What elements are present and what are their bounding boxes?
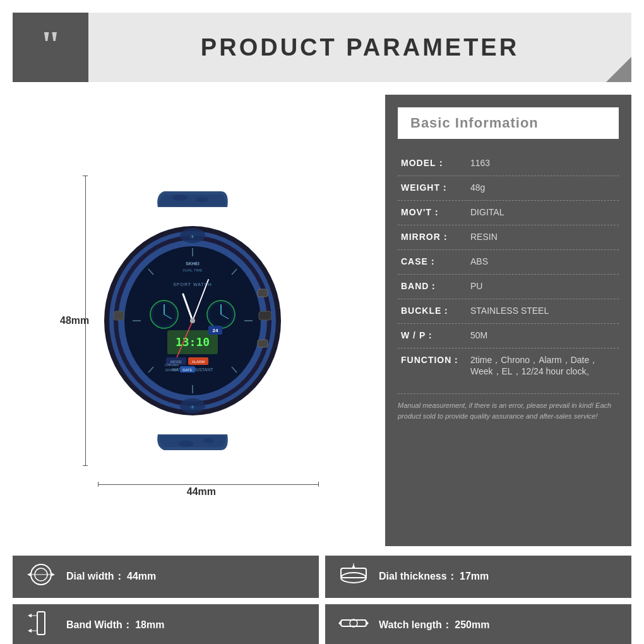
label-model: MODEL： [401, 158, 470, 169]
watch-illustration: 13:10 SKHEI DUAL TIME 24 [92, 188, 294, 453]
svg-marker-76 [338, 621, 340, 625]
band-width-icon [25, 611, 57, 640]
svg-point-0 [172, 194, 188, 201]
value-case: ABS [470, 256, 616, 266]
info-row-function: FUNCTION： 2time，Chrono，Alarm，Date，Week，E… [398, 349, 619, 384]
dial-width-icon [25, 562, 57, 592]
svg-text:✈: ✈ [190, 404, 195, 410]
info-row-case: CASE： ABS [398, 250, 619, 275]
value-band: PU [470, 281, 616, 291]
spec-dial-width-value: 44mm [127, 571, 156, 581]
value-wp: 50M [470, 330, 616, 340]
svg-text:CHRONO: CHRONO [165, 363, 179, 367]
spec-watch-length-text: Watch length： 250mm [379, 619, 489, 632]
page: " PRODUCT PARAMETER 48mm 44mm [0, 0, 644, 644]
watch-diagram: 48mm 44mm [60, 138, 325, 504]
info-panel-header: Basic Information [398, 107, 619, 139]
header-section: " PRODUCT PARAMETER [13, 13, 631, 82]
spec-watch-length-label: Watch length： [379, 619, 452, 630]
info-panel: Basic Information MODEL： 1163 WEIGHT： 48… [385, 95, 631, 546]
svg-rect-24 [114, 311, 124, 320]
svg-rect-22 [258, 289, 268, 297]
spec-dial-thickness: Dial thickness： 17mm [325, 556, 631, 598]
svg-point-2 [179, 441, 194, 447]
svg-marker-70 [28, 614, 32, 617]
spec-dial-width: Dial width： 44mm [13, 556, 319, 598]
quote-box: " [13, 13, 88, 82]
svg-text:13:10: 13:10 [176, 335, 210, 349]
info-panel-title: Basic Information [410, 115, 539, 131]
svg-text:ALARM: ALARM [192, 360, 205, 364]
info-rows: MODEL： 1163 WEIGHT： 48g MOV'T： DIGITAL M… [398, 152, 619, 384]
corner-decoration [606, 57, 631, 82]
svg-text:DUAL TIME: DUAL TIME [182, 268, 203, 272]
dial-thickness-icon [338, 562, 369, 592]
label-wp: W / P： [401, 330, 470, 342]
svg-text:SPORT WATCH: SPORT WATCH [173, 282, 212, 287]
watch-diagram-area: 48mm 44mm [13, 95, 373, 546]
svg-rect-67 [37, 612, 45, 635]
value-model: 1163 [470, 158, 616, 168]
svg-marker-77 [367, 621, 369, 625]
horizontal-dimension-line [98, 484, 319, 485]
page-title: PRODUCT PARAMETER [88, 34, 631, 61]
svg-marker-66 [352, 564, 355, 568]
bottom-specs: Dial width： 44mm Dial thickness： 17mm [13, 556, 631, 631]
info-row-movt: MOV'T： DIGITAL [398, 201, 619, 225]
spec-dial-width-text: Dial width： 44mm [66, 570, 156, 583]
label-case: CASE： [401, 256, 470, 268]
svg-rect-23 [258, 340, 268, 347]
label-weight: WEIGHT： [401, 182, 470, 194]
label-mirror: MIRROR： [401, 232, 470, 243]
svg-text:SKHEI: SKHEI [186, 261, 199, 266]
spec-watch-length-value: 250mm [455, 619, 489, 630]
info-note: Manual measurement, if there is an error… [398, 393, 619, 421]
label-band: BAND： [401, 281, 470, 292]
value-mirror: RESIN [470, 232, 616, 242]
info-row-weight: WEIGHT： 48g [398, 176, 619, 201]
info-row-mirror: MIRROR： RESIN [398, 225, 619, 250]
label-movt: MOV'T： [401, 207, 470, 218]
svg-text:GRAPHY: GRAPHY [165, 368, 179, 372]
spec-band-width: Band Width： 18mm [13, 604, 319, 644]
width-label: 44mm [187, 486, 216, 498]
label-function: FUNCTION： [401, 355, 470, 366]
info-row-band: BAND： PU [398, 275, 619, 299]
svg-point-3 [203, 438, 213, 443]
spec-dial-thickness-label: Dial thickness： [379, 571, 457, 581]
height-label: 48mm [60, 315, 89, 326]
label-buckle: BUCKLE： [401, 306, 470, 317]
spec-dial-thickness-text: Dial thickness： 17mm [379, 570, 489, 583]
main-content: 48mm 44mm [13, 95, 631, 546]
info-row-wp: W / P： 50M [398, 324, 619, 349]
info-row-model: MODEL： 1163 [398, 152, 619, 176]
spec-band-width-text: Band Width： 18mm [66, 619, 164, 632]
svg-text:✈: ✈ [190, 234, 195, 240]
svg-marker-62 [51, 573, 55, 576]
svg-rect-72 [341, 620, 366, 626]
value-weight: 48g [470, 182, 616, 193]
svg-point-43 [190, 318, 195, 323]
spec-band-width-label: Band Width： [66, 619, 133, 630]
quote-icon: " [40, 25, 61, 63]
value-function: 2time，Chrono，Alarm，Date，Week，EL，12/24 ho… [470, 355, 616, 378]
value-movt: DIGITAL [470, 207, 616, 217]
svg-text:DATE: DATE [182, 368, 193, 372]
spec-band-width-value: 18mm [135, 619, 164, 630]
info-row-buckle: BUCKLE： STAINLESS STEEL [398, 299, 619, 324]
svg-marker-71 [28, 629, 32, 633]
spec-dial-width-label: Dial width： [66, 571, 124, 581]
spec-dial-thickness-value: 17mm [460, 571, 489, 581]
svg-marker-61 [27, 573, 31, 576]
watch-length-icon [338, 611, 369, 640]
svg-rect-21 [259, 311, 271, 320]
svg-point-1 [196, 197, 208, 202]
svg-text:24: 24 [213, 328, 218, 333]
spec-watch-length: Watch length： 250mm [325, 604, 631, 644]
value-buckle: STAINLESS STEEL [470, 306, 616, 316]
